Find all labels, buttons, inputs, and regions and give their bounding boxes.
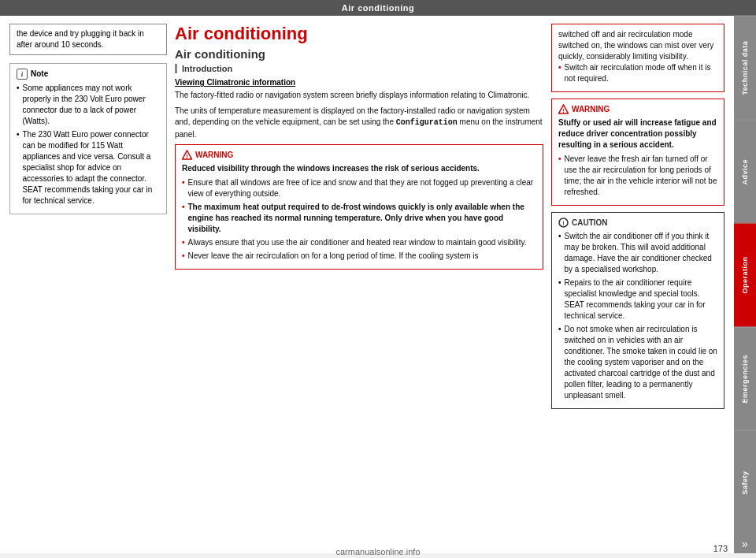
bullet-dot: •: [182, 177, 185, 199]
header-title: Air conditioning: [342, 3, 414, 13]
caution-bullet-1: • Switch the air conditioner off if you …: [558, 231, 717, 275]
config-code: Configuration: [396, 118, 458, 127]
note-bullet-2-text: The 230 Watt Euro power connector can be…: [23, 129, 160, 206]
body-para1: The factory-fitted radio or navigation s…: [175, 90, 543, 102]
middle-warning-box: ! WARNING Reduced visibility through the…: [175, 144, 543, 270]
warning-bullet-2: • The maximum heat output required to de…: [182, 202, 536, 235]
body-para2: The units of temperature measurement is …: [175, 106, 543, 141]
caution-box: ! CAUTION • Switch the air conditioner o…: [551, 212, 724, 409]
left-column: the device and try plugging it back in a…: [9, 24, 167, 545]
sidebar-tab-advice[interactable]: Advice: [734, 120, 756, 224]
warning-bullet-3: • Always ensure that you use the air con…: [182, 237, 536, 248]
note-label: Note: [31, 69, 48, 80]
warning-bullet-1: • Ensure that all windows are free of ic…: [182, 177, 536, 199]
right-warning-bullet-1: • Switch air recirculation mode off when…: [558, 62, 717, 84]
bullet-dot: •: [17, 83, 20, 127]
warning-intro: Reduced visibility through the windows i…: [182, 163, 536, 174]
second-warning-box: ! WARNING Stuffy or used air will increa…: [551, 99, 724, 206]
viewing-heading: Viewing Climatronic information: [175, 78, 543, 87]
svg-text:!: !: [562, 221, 564, 226]
main-layout: the device and try plugging it back in a…: [0, 16, 756, 553]
second-warning-bullet-1: • Never leave the fresh air fan turned o…: [558, 154, 717, 198]
warning-triangle-icon: !: [182, 150, 192, 160]
svg-text:!: !: [562, 108, 564, 113]
info-icon: i: [17, 69, 28, 80]
sub-heading: Air conditioning: [175, 47, 543, 61]
bullet-dot: •: [558, 231, 561, 275]
right-warning-continuation: switched off and air recirculation mode …: [551, 24, 724, 92]
middle-column: Air conditioning Air conditioning Introd…: [175, 24, 543, 545]
caution-header: ! CAUTION: [558, 218, 717, 228]
section-intro: Introduction: [175, 64, 543, 73]
second-warning-text: Stuffy or used air will increase fatigue…: [558, 117, 717, 151]
caution-bullet-2: • Repairs to the air conditioner require…: [558, 277, 717, 322]
right-sidebar: Technical data Advice Operation Emergenc…: [734, 16, 756, 553]
note-bullet-1-text: Some appliances may not work properly in…: [23, 83, 160, 127]
warning-label: WARNING: [195, 151, 233, 159]
note-box: i Note • Some appliances may not work pr…: [9, 63, 167, 214]
page-number: 173: [713, 544, 728, 553]
note-bullet-2: • The 230 Watt Euro power connector can …: [17, 129, 160, 206]
warning-header: ! WARNING: [182, 150, 536, 160]
right-warning-intro: switched off and air recirculation mode …: [558, 29, 717, 62]
svg-text:!: !: [186, 154, 187, 159]
second-warning-header: ! WARNING: [558, 104, 717, 114]
sidebar-tab-technical-data[interactable]: Technical data: [734, 16, 756, 120]
second-warning-label: WARNING: [572, 105, 610, 113]
bullet-dot: •: [558, 277, 561, 322]
page-header: Air conditioning: [0, 0, 756, 16]
watermark: carmanualsonline.info: [335, 547, 420, 556]
sidebar-tab-emergencies[interactable]: Emergencies: [734, 327, 756, 431]
sidebar-tab-operation[interactable]: Operation: [734, 223, 756, 327]
sidebar-tab-safety[interactable]: Safety: [734, 430, 756, 534]
note-bullet-1: • Some appliances may not work properly …: [17, 83, 160, 127]
sidebar-arrow: »: [734, 534, 756, 553]
caution-bullet-3: • Do not smoke when air recirculation is…: [558, 324, 717, 401]
bullet-dot: •: [182, 202, 185, 235]
right-column: switched off and air recirculation mode …: [551, 24, 724, 545]
bullet-dot: •: [558, 62, 561, 84]
note-header: i Note: [17, 69, 160, 80]
bullet-dot: •: [182, 237, 185, 248]
top-note-box: the device and try plugging it back in a…: [9, 24, 167, 55]
bullet-dot: •: [558, 324, 561, 401]
warning-bullet-4: • Never leave the air recirculation on f…: [182, 251, 536, 262]
bullet-dot: •: [558, 154, 561, 198]
bullet-dot: •: [182, 251, 185, 262]
caution-label: CAUTION: [572, 218, 608, 227]
warning-triangle-icon-2: !: [558, 104, 569, 114]
main-heading: Air conditioning: [175, 24, 543, 44]
caution-circle-icon: !: [558, 218, 569, 228]
bullet-dot: •: [17, 129, 20, 206]
content-area: the device and try plugging it back in a…: [0, 16, 734, 553]
top-note-text: the device and try plugging it back in a…: [17, 29, 144, 49]
